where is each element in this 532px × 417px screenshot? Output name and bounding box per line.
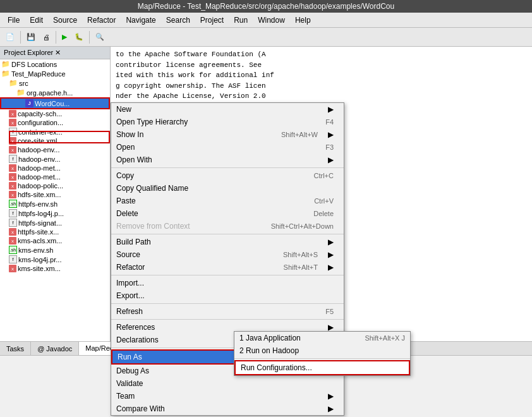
- menu-item-label: Remove from Context: [116, 222, 190, 231]
- tree-item[interactable]: xconfiguration...: [0, 118, 110, 127]
- tree-item[interactable]: 📁org.apache.h...: [0, 88, 110, 97]
- shortcut-label: Shift+Alt+T: [284, 263, 318, 271]
- menu-item-label: References: [116, 323, 155, 332]
- context-menu-separator: [111, 303, 344, 304]
- tree-item[interactable]: fhadoop-env...: [0, 154, 110, 164]
- x-icon: x: [9, 164, 16, 172]
- tree-item[interactable]: xhttpfs-site.x...: [0, 227, 110, 236]
- menu-item-navigate[interactable]: Navigate: [121, 14, 160, 27]
- menu-item-right: Delete: [301, 210, 334, 217]
- menu-item-help[interactable]: Help: [290, 14, 316, 27]
- runas-menu-item[interactable]: 1 Java ApplicationShift+Alt+X J: [234, 332, 410, 344]
- menu-item-right: ▶: [323, 155, 334, 164]
- shortcut-label: Ctrl+C: [314, 172, 334, 179]
- tree-item[interactable]: xcore-site.xml: [0, 136, 110, 145]
- context-menu-separator: [111, 167, 344, 168]
- runas-menu-item[interactable]: 2 Run on Hadoop: [234, 344, 410, 357]
- toolbar-save[interactable]: 💾: [23, 30, 39, 45]
- menu-item-project[interactable]: Project: [195, 14, 229, 27]
- tree-label: hadoop-met...: [18, 173, 61, 181]
- tree-label: Test_MapReduce: [11, 70, 66, 78]
- tree-label: kms-acls.xm...: [18, 237, 62, 245]
- toolbar-new[interactable]: 📄: [3, 30, 18, 45]
- x-icon: x: [9, 265, 16, 272]
- context-menu-separator: [111, 319, 344, 320]
- context-menu-item[interactable]: Remove from ContextShift+Ctrl+Alt+Down: [111, 220, 344, 233]
- menu-item-refactor[interactable]: Refactor: [82, 14, 121, 27]
- toolbar-print[interactable]: 🖨: [40, 30, 53, 45]
- context-menu-item[interactable]: Copy Qualified Name: [111, 182, 344, 195]
- context-menu-item[interactable]: Team▶: [111, 390, 344, 402]
- context-menu-item[interactable]: Compare With▶: [111, 402, 344, 415]
- context-menu-item[interactable]: Open Type HierarchyF4: [111, 116, 344, 128]
- tree-item[interactable]: xhadoop-met...: [0, 164, 110, 172]
- explorer-header: Project Explorer ✕: [0, 47, 110, 59]
- tree-item[interactable]: xhdfs-site.xm...: [0, 190, 110, 199]
- context-menu-item[interactable]: DeleteDelete: [111, 207, 344, 220]
- tree-label: httpfs-env.sh: [18, 200, 57, 208]
- runas-menu-item[interactable]: Run Configurations...: [234, 360, 410, 375]
- submenu-arrow: ▶: [328, 238, 334, 246]
- submenu-item-label: 1 Java Application: [239, 334, 301, 342]
- tree-label: org.apache.h...: [27, 89, 73, 97]
- toolbar-run[interactable]: ▶: [59, 30, 70, 45]
- tree-label: configuration...: [18, 119, 63, 126]
- menu-item-file[interactable]: File: [3, 14, 25, 27]
- context-menu-item[interactable]: RefreshF5: [111, 305, 344, 318]
- tree-item[interactable]: fhttpfs-signat...: [0, 218, 110, 227]
- tree-item[interactable]: fcontainer-ex...: [0, 127, 110, 136]
- tree-label: kms-site.xm...: [18, 265, 61, 272]
- menu-item-right: ▶: [323, 323, 334, 332]
- submenu-arrow: ▶: [328, 250, 334, 259]
- context-menu-item[interactable]: Open With▶: [111, 154, 344, 166]
- tree-item[interactable]: xkms-acls.xm...: [0, 236, 110, 245]
- bottom-tab[interactable]: @ Javadoc: [31, 342, 79, 355]
- tree-item[interactable]: xhadoop-env...: [0, 145, 110, 154]
- context-menu-item[interactable]: New▶: [111, 103, 344, 116]
- shortcut-label: F4: [325, 118, 334, 126]
- menu-item-label: Open Type Hierarchy: [116, 118, 188, 126]
- context-menu-item[interactable]: CopyCtrl+C: [111, 169, 344, 182]
- tree-item[interactable]: fkms-log4j.pr...: [0, 255, 110, 264]
- toolbar-debug[interactable]: 🐛: [71, 30, 87, 45]
- menu-item-label: Refactor: [116, 263, 145, 272]
- tree-item[interactable]: 📁DFS Locations: [0, 59, 110, 69]
- context-menu-item[interactable]: Build Path▶: [111, 236, 344, 248]
- tree-item[interactable]: fhttpfs-log4j.p...: [0, 208, 110, 218]
- tree-label: httpfs-site.x...: [18, 228, 59, 236]
- tree-label: container-ex...: [18, 128, 63, 136]
- context-menu-item[interactable]: RefactorShift+Alt+T▶: [111, 261, 344, 274]
- context-menu-item[interactable]: PasteCtrl+V: [111, 195, 344, 207]
- context-menu-item[interactable]: Validate: [111, 377, 344, 390]
- tree-item[interactable]: .shhttpfs-env.sh: [0, 199, 110, 208]
- tree-label: core-site.xml: [18, 137, 57, 145]
- submenu-arrow: ▶: [328, 155, 334, 164]
- tree-item[interactable]: 📁Test_MapReduce: [0, 69, 110, 78]
- bottom-tab[interactable]: Tasks: [0, 342, 31, 355]
- context-menu-item[interactable]: OpenF3: [111, 141, 344, 154]
- menu-item-source[interactable]: Source: [48, 14, 82, 27]
- tree-label: kms-env.sh: [18, 246, 53, 254]
- tree-item[interactable]: xkms-site.xm...: [0, 264, 110, 273]
- menu-item-label: Open: [116, 143, 135, 152]
- toolbar-search[interactable]: 🔍: [92, 30, 107, 45]
- menu-item-search[interactable]: Search: [161, 14, 195, 27]
- context-menu-item[interactable]: Import...: [111, 277, 344, 289]
- tree-item[interactable]: 📁src: [0, 78, 110, 88]
- menu-item-edit[interactable]: Edit: [25, 14, 48, 27]
- tree-label: hadoop-env...: [18, 146, 59, 154]
- menu-item-label: Refresh: [116, 307, 143, 316]
- tree-item[interactable]: xhadoop-polic...: [0, 181, 110, 190]
- tree-item[interactable]: xcapacity-sch...: [0, 109, 110, 118]
- tree-item[interactable]: xhadoop-met...: [0, 172, 110, 181]
- context-menu-item[interactable]: Show InShift+Alt+W▶: [111, 128, 344, 141]
- tree-item[interactable]: JWordCou...: [0, 97, 110, 109]
- context-menu-item[interactable]: SourceShift+Alt+S▶: [111, 248, 344, 261]
- menu-item-window[interactable]: Window: [253, 14, 290, 27]
- menu-item-run[interactable]: Run: [229, 14, 253, 27]
- submenu-arrow: ▶: [328, 323, 334, 332]
- menu-item-right: ▶: [323, 105, 334, 114]
- context-menu-item[interactable]: Export...: [111, 289, 344, 302]
- tree-item[interactable]: .shkms-env.sh: [0, 245, 110, 255]
- shortcut-label: Ctrl+V: [314, 197, 334, 205]
